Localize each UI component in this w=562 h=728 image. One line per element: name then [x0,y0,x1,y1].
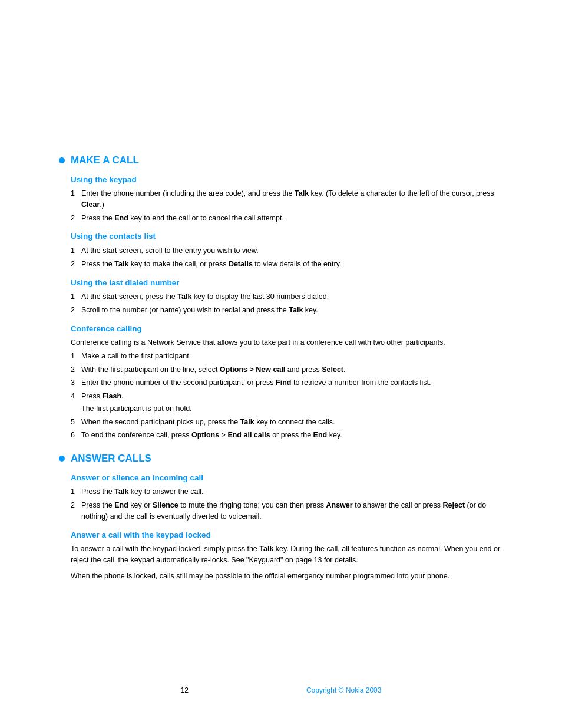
subsection-title-answer-silence: Answer or silence an incoming call [71,472,503,484]
section-make-a-call: MAKE A CALL Using the keypad 1 Enter the… [59,153,503,441]
list-item: 2 With the first participant on the line… [71,364,503,375]
subsection-last-dialed: Using the last dialed number 1 At the st… [71,277,503,316]
keypad-list: 1 Enter the phone number (including the … [71,188,503,223]
answer-silence-list: 1 Press the Talk key to answer the call.… [71,486,503,522]
section-title-answer-calls: ANSWER CALLS [59,452,503,466]
list-item: 2 Press the End key or Silence to mute t… [71,500,503,522]
list-item: 6 To end the conference call, press Opti… [71,430,503,441]
section-answer-calls: ANSWER CALLS Answer or silence an incomi… [59,452,503,581]
subsection-conference: Conference calling Conference calling is… [71,323,503,442]
list-item: 2 Scroll to the number (or name) you wis… [71,305,503,316]
keypad-locked-body2: When the phone is locked, calls still ma… [71,571,503,582]
subsection-title-contacts: Using the contacts list [71,230,503,242]
subsection-keypad-locked: Answer a call with the keypad locked To … [71,529,503,582]
footer-copyright: Copyright © Nokia 2003 [306,686,382,696]
page-container: MAKE A CALL Using the keypad 1 Enter the… [0,0,562,728]
bullet-icon [59,456,65,462]
list-item: 1 Enter the phone number (including the … [71,188,503,210]
bullet-icon [59,157,65,163]
last-dialed-list: 1 At the start screen, press the Talk ke… [71,291,503,316]
subsection-title-keypad-locked: Answer a call with the keypad locked [71,529,503,541]
list-item: 4 Press Flash.The first participant is p… [71,391,503,414]
section-title-text: MAKE A CALL [71,153,139,168]
keypad-locked-body: To answer a call with the keypad locked,… [71,543,503,566]
contacts-list: 1 At the start screen, scroll to the ent… [71,245,503,270]
section-title-text: ANSWER CALLS [71,452,151,466]
subsection-title-keypad: Using the keypad [71,174,503,186]
subsection-using-keypad: Using the keypad 1 Enter the phone numbe… [71,174,503,224]
section-title-make-a-call: MAKE A CALL [59,153,503,168]
subsection-contacts-list: Using the contacts list 1 At the start s… [71,230,503,269]
list-item: 3 Enter the phone number of the second p… [71,377,503,388]
conference-body: Conference calling is a Network Service … [71,337,503,348]
list-item: 5 When the second participant picks up, … [71,417,503,428]
list-item: 2 Press the Talk key to make the call, o… [71,259,503,270]
conference-list: 1 Make a call to the first participant. … [71,351,503,441]
subsection-title-last-dialed: Using the last dialed number [71,277,503,289]
list-item: 1 At the start screen, press the Talk ke… [71,291,503,302]
list-item: 2 Press the End key to end the call or t… [71,213,503,224]
page-number: 12 [181,686,189,696]
list-item: 1 At the start screen, scroll to the ent… [71,245,503,256]
list-item: 1 Press the Talk key to answer the call. [71,486,503,498]
list-item: 1 Make a call to the first participant. [71,351,503,362]
subsection-title-conference: Conference calling [71,323,503,335]
subsection-answer-silence: Answer or silence an incoming call 1 Pre… [71,472,503,522]
page-footer: 12 Copyright © Nokia 2003 [0,686,562,696]
